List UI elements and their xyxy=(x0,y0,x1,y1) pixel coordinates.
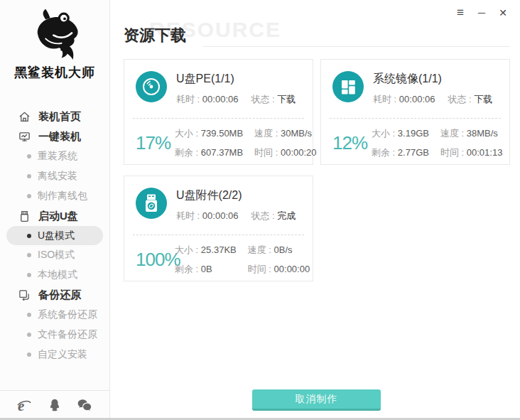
sidebar-item-label: 文件备份还原 xyxy=(38,328,97,341)
home-icon xyxy=(18,111,31,123)
sidebar-footer: e xyxy=(0,390,109,418)
download-card-usb-pe: U盘PE(1/1) 耗时 : 00:00:06 状态 : 下载 17% 大小 :… xyxy=(124,59,313,165)
sidebar-item-make-offline-package[interactable]: 制作离线包 xyxy=(0,186,109,206)
bullet-icon xyxy=(27,154,31,158)
size-stat: 大小 : 25.37KB xyxy=(175,244,237,257)
sidebar-item-file-backup-restore[interactable]: 文件备份还原 xyxy=(0,325,109,345)
sidebar-item-usb-mode[interactable]: U盘模式 xyxy=(6,226,103,245)
remain-stat: 剩余 : 607.37MB xyxy=(175,146,243,159)
bullet-icon xyxy=(27,333,31,337)
window-minimize-button[interactable]: ─ xyxy=(475,6,489,20)
card-title: U盘附件(2/2) xyxy=(176,188,303,203)
app-logo: 黑鲨装机大师 xyxy=(0,0,109,81)
sidebar: 黑鲨装机大师 装机首页 一键装机 重装系统 xyxy=(0,0,110,420)
speed-stat: 速度 : 0B/s xyxy=(248,244,310,257)
bullet-icon xyxy=(27,234,31,238)
sidebar-item-iso-mode[interactable]: ISO模式 xyxy=(0,245,109,265)
sidebar-item-label: 重装系统 xyxy=(38,150,77,163)
sidebar-item-home[interactable]: 装机首页 xyxy=(0,107,109,126)
sidebar-item-custom-install[interactable]: 自定义安装 xyxy=(0,345,109,365)
main-content: ≡ ─ ✕ RESOURCE 资源下载 U盘PE(1/1) xyxy=(111,0,520,420)
app-name: 黑鲨装机大师 xyxy=(0,64,109,81)
time-stat: 时间 : 00:00:20 xyxy=(254,146,316,159)
sidebar-item-label: 自定义安装 xyxy=(38,348,87,361)
sidebar-item-label: 制作离线包 xyxy=(38,190,87,203)
time-stat: 时间 : 00:00:00 xyxy=(248,263,310,276)
download-card-usb-attachment: U盘附件(2/2) 耗时 : 00:00:06 状态 : 完成 100% 大小 … xyxy=(124,176,313,281)
sidebar-item-system-backup-restore[interactable]: 系统备份还原 xyxy=(0,305,109,325)
sidebar-item-label: U盘模式 xyxy=(38,230,75,242)
wechat-icon[interactable] xyxy=(76,398,94,414)
speed-stat: 速度 : 30MB/s xyxy=(254,127,316,140)
download-cards: U盘PE(1/1) 耗时 : 00:00:06 状态 : 下载 17% 大小 :… xyxy=(124,59,510,281)
monitor-icon xyxy=(18,131,31,143)
sidebar-item-label: 系统备份还原 xyxy=(38,308,97,321)
elapsed-stat: 耗时 : 00:00:06 xyxy=(373,93,435,106)
elapsed-stat: 耗时 : 00:00:06 xyxy=(176,93,238,106)
sidebar-item-label: 装机首页 xyxy=(38,110,81,124)
status-stat: 状态 : 下载 xyxy=(448,93,492,106)
bullet-icon xyxy=(27,273,31,277)
page-title: 资源下载 xyxy=(124,23,510,48)
status-value: 下载 xyxy=(474,94,492,104)
sidebar-item-boot-usb[interactable]: 启动U盘 xyxy=(0,206,109,226)
status-stat: 状态 : 完成 xyxy=(251,210,296,222)
sidebar-nav: 装机首页 一键装机 重装系统 离线安装 制作离线包 xyxy=(0,107,109,365)
status-stat: 状态 : 下载 xyxy=(251,93,296,106)
window-controls: ≡ ─ ✕ xyxy=(453,6,510,20)
sidebar-item-backup-restore[interactable]: 备份还原 xyxy=(0,285,109,305)
sidebar-item-label: ISO模式 xyxy=(38,249,75,262)
sidebar-item-label: 启动U盘 xyxy=(38,210,78,223)
bullet-icon xyxy=(27,194,31,198)
sidebar-item-local-mode[interactable]: 本地模式 xyxy=(0,265,109,285)
elapsed-stat: 耗时 : 00:00:06 xyxy=(176,210,238,222)
qq-icon[interactable] xyxy=(47,397,63,414)
bullet-icon xyxy=(27,253,31,257)
progress-percent: 12% xyxy=(332,132,370,154)
disc-icon xyxy=(136,71,167,102)
progress-percent: 100% xyxy=(136,249,173,271)
card-title: 系统镜像(1/1) xyxy=(373,72,499,87)
usb-attachment-icon xyxy=(136,188,167,219)
remain-stat: 剩余 : 0B xyxy=(175,263,237,276)
sidebar-item-label: 一键装机 xyxy=(38,130,81,144)
sidebar-item-offline-install[interactable]: 离线安装 xyxy=(0,166,109,186)
progress-percent: 17% xyxy=(136,132,173,154)
window-close-button[interactable]: ✕ xyxy=(496,6,510,20)
time-stat: 时间 : 00:01:13 xyxy=(440,146,502,159)
page-header: RESOURCE 资源下载 xyxy=(124,23,510,48)
status-value: 下载 xyxy=(277,94,296,104)
svg-text:e: e xyxy=(18,397,24,414)
size-stat: 大小 : 3.19GB xyxy=(372,127,429,140)
sidebar-item-label: 本地模式 xyxy=(38,269,77,281)
shark-logo-icon xyxy=(0,6,109,63)
status-value: 完成 xyxy=(277,210,296,221)
sidebar-item-label: 离线安装 xyxy=(38,170,77,183)
sidebar-item-reinstall-system[interactable]: 重装系统 xyxy=(0,146,109,166)
remain-stat: 剩余 : 2.77GB xyxy=(372,146,429,159)
sidebar-item-label: 备份还原 xyxy=(38,289,81,302)
bullet-icon xyxy=(27,313,31,317)
sidebar-item-one-key-install[interactable]: 一键装机 xyxy=(0,126,109,146)
bullet-icon xyxy=(27,174,31,178)
size-stat: 大小 : 739.50MB xyxy=(175,127,243,140)
cancel-creation-button[interactable]: 取消制作 xyxy=(252,389,381,411)
usb-drive-icon xyxy=(18,210,31,222)
ie-icon[interactable]: e xyxy=(16,397,33,414)
windows-icon xyxy=(332,71,364,102)
backup-restore-icon xyxy=(18,289,31,301)
download-card-system-image: 系统镜像(1/1) 耗时 : 00:00:06 状态 : 下载 12% 大小 :… xyxy=(320,59,510,165)
speed-stat: 速度 : 38MB/s xyxy=(440,127,502,140)
window-menu-button[interactable]: ≡ xyxy=(453,6,467,20)
bullet-icon xyxy=(27,352,31,357)
card-title: U盘PE(1/1) xyxy=(176,72,303,87)
